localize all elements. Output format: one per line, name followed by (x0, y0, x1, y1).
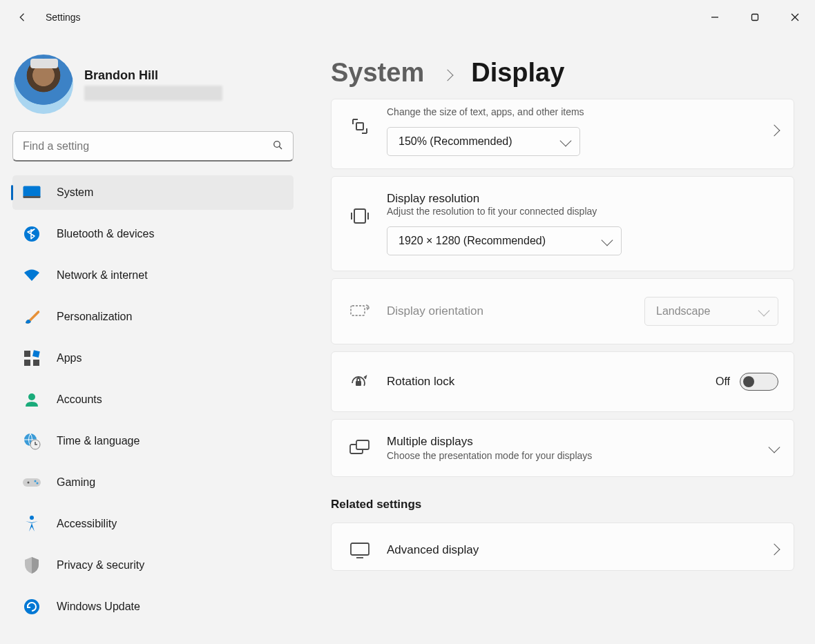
related-heading: Related settings (331, 498, 794, 511)
svg-rect-24 (351, 306, 365, 315)
advanced-title: Advanced display (387, 543, 755, 557)
bluetooth-icon (22, 224, 41, 244)
nav-label: Accounts (57, 393, 102, 406)
nav-label: Personalization (57, 311, 132, 323)
orientation-value: Landscape (656, 305, 710, 318)
nav-item-personalization[interactable]: Personalization (12, 300, 294, 334)
chevron-down-icon (603, 235, 611, 247)
svg-rect-26 (356, 381, 361, 386)
right-pane: System Display Change the size of text, … (307, 35, 815, 644)
scale-value: 150% (Recommended) (399, 135, 512, 148)
orientation-icon (348, 300, 372, 323)
svg-point-21 (24, 599, 39, 614)
svg-point-4 (274, 142, 280, 148)
resolution-title: Display resolution (387, 192, 778, 206)
minimize-button[interactable] (695, 0, 735, 35)
rotation-lock-icon (348, 370, 372, 393)
gamepad-icon (22, 473, 41, 492)
svg-rect-12 (33, 360, 39, 366)
resolution-value: 1920 × 1280 (Recommended) (399, 235, 546, 247)
chevron-down-icon (770, 442, 778, 453)
back-button[interactable] (12, 7, 33, 28)
system-icon (22, 183, 41, 202)
window-title: Settings (46, 12, 81, 23)
nav-item-accounts[interactable]: Accounts (12, 382, 294, 417)
nav-item-bluetooth[interactable]: Bluetooth & devices (12, 217, 294, 251)
user-card[interactable]: Brandon Hill (14, 55, 294, 114)
card-rotation-lock[interactable]: Rotation lock Off (331, 351, 794, 412)
chevron-right-icon (770, 126, 778, 137)
nav-label: System (57, 186, 93, 199)
rotation-state-label: Off (716, 375, 730, 388)
nav-label: Network & internet (57, 269, 148, 282)
close-button[interactable] (775, 0, 815, 35)
svg-point-13 (28, 393, 35, 400)
orientation-title: Display orientation (387, 304, 483, 318)
svg-point-18 (35, 480, 37, 482)
globe-clock-icon (22, 431, 41, 451)
nav-item-apps[interactable]: Apps (12, 341, 294, 375)
nav-list: System Bluetooth & devices Network & int… (12, 175, 294, 631)
breadcrumb-current: Display (471, 58, 564, 88)
update-icon (22, 597, 41, 616)
nav-item-network[interactable]: Network & internet (12, 258, 294, 293)
nav-label: Time & language (57, 435, 140, 447)
svg-rect-29 (351, 543, 369, 555)
svg-rect-22 (356, 123, 363, 130)
nav-label: Gaming (57, 476, 95, 489)
chevron-down-icon (760, 305, 768, 318)
breadcrumb-parent[interactable]: System (331, 58, 424, 88)
rotation-toggle[interactable] (740, 373, 778, 391)
accessibility-icon (22, 514, 41, 534)
svg-rect-23 (354, 209, 365, 223)
svg-rect-10 (32, 350, 40, 358)
nav-label: Apps (57, 352, 82, 364)
person-icon (22, 390, 41, 409)
nav-item-privacy[interactable]: Privacy & security (12, 548, 294, 583)
svg-rect-11 (24, 360, 30, 366)
card-resolution[interactable]: Display resolution Adjust the resolution… (331, 176, 794, 271)
nav-item-time[interactable]: Time & language (12, 424, 294, 458)
paintbrush-icon (22, 307, 41, 326)
nav-item-accessibility[interactable]: Accessibility (12, 507, 294, 541)
apps-icon (22, 349, 41, 368)
multiple-title: Multiple displays (387, 435, 755, 449)
resolution-dropdown[interactable]: 1920 × 1280 (Recommended) (387, 226, 622, 255)
nav-item-update[interactable]: Windows Update (12, 589, 294, 624)
nav-label: Accessibility (57, 518, 117, 530)
nav-label: Privacy & security (57, 559, 144, 572)
search-box[interactable] (12, 131, 294, 162)
chevron-right-icon (770, 545, 778, 556)
search-input[interactable] (23, 140, 272, 153)
search-icon (272, 139, 283, 153)
resolution-icon (348, 204, 372, 228)
svg-rect-9 (24, 351, 30, 357)
user-name: Brandon Hill (84, 68, 222, 83)
scale-icon (348, 115, 372, 138)
multiple-displays-icon (348, 436, 372, 460)
multiple-subtitle: Choose the presentation mode for your di… (387, 450, 755, 461)
nav-item-gaming[interactable]: Gaming (12, 465, 294, 500)
nav-label: Windows Update (57, 601, 140, 613)
svg-rect-6 (23, 186, 41, 198)
breadcrumb: System Display (331, 58, 794, 88)
resolution-subtitle: Adjust the resolution to fit your connec… (387, 206, 778, 217)
titlebar: Settings (0, 0, 815, 35)
scale-dropdown[interactable]: 150% (Recommended) (387, 127, 580, 156)
svg-line-5 (279, 146, 282, 149)
svg-rect-28 (356, 440, 369, 449)
monitor-icon (348, 538, 372, 562)
nav-item-system[interactable]: System (12, 175, 294, 210)
avatar (14, 55, 73, 114)
card-advanced-display[interactable]: Advanced display (331, 523, 794, 571)
card-multiple-displays[interactable]: Multiple displays Choose the presentatio… (331, 419, 794, 477)
nav-label: Bluetooth & devices (57, 228, 154, 240)
window-controls (695, 0, 815, 35)
card-scale[interactable]: Change the size of text, apps, and other… (331, 99, 794, 169)
maximize-button[interactable] (735, 0, 775, 35)
scale-subtitle: Change the size of text, apps, and other… (387, 106, 755, 117)
wifi-icon (22, 266, 41, 285)
svg-point-19 (37, 482, 39, 485)
orientation-dropdown: Landscape (644, 297, 778, 326)
svg-point-20 (30, 516, 34, 520)
